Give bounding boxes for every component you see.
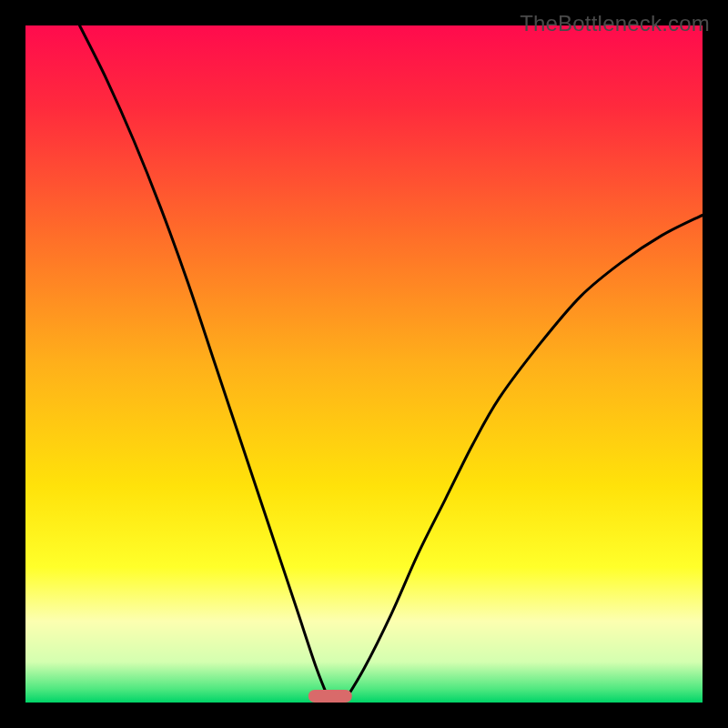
chart-frame: TheBottleneck.com — [0, 0, 728, 728]
watermark-text: TheBottleneck.com — [520, 11, 710, 36]
minimum-marker — [308, 690, 352, 703]
bottleneck-chart — [0, 0, 728, 728]
